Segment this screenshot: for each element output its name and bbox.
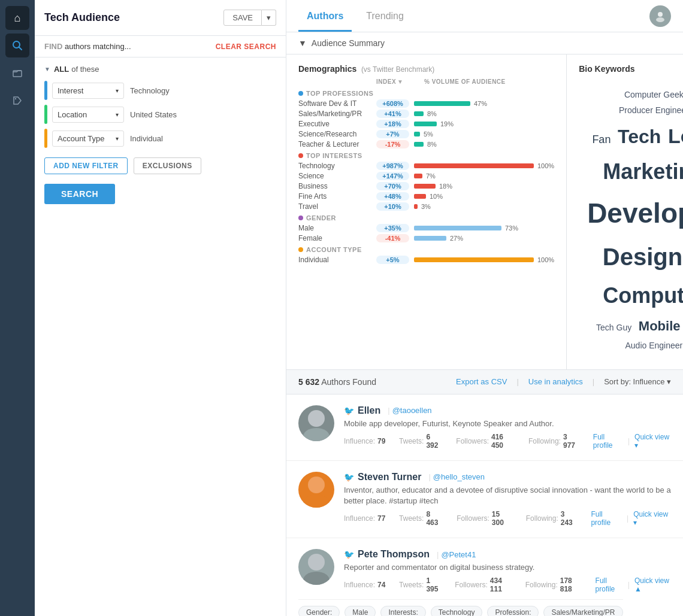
quick-view-steven[interactable]: Quick view ▾	[633, 510, 671, 527]
author-name-row-steven: 🐦 Steven Turner | @hello_steven	[344, 472, 671, 483]
all-label: ▼ ALL of these	[44, 65, 276, 74]
svg-point-9	[308, 477, 325, 493]
filter-actions: ADD NEW FILTER EXCLUSIONS	[44, 157, 276, 174]
svg-point-4	[15, 98, 16, 99]
cat-header-account: ACCOUNT TYPE	[298, 246, 554, 253]
author-handle-steven: @hello_steven	[433, 472, 485, 481]
export-csv-button[interactable]: Export as CSV	[456, 377, 507, 386]
index-col-header: INDEX ▼	[376, 78, 424, 85]
quick-view-ellen[interactable]: Quick view ▾	[634, 433, 671, 450]
svg-point-12	[303, 572, 330, 585]
save-dropdown-button[interactable]: ▾	[262, 10, 276, 26]
author-handle-ellen: @taooellen	[392, 406, 432, 415]
author-avatar-pete	[298, 549, 334, 585]
full-profile-ellen[interactable]: Full profile	[593, 433, 623, 450]
tabs-left: Authors Trending	[298, 0, 418, 32]
filter-type-location[interactable]: Location ▾	[52, 107, 124, 123]
author-card-ellen: 🐦 Ellen | @taooellen Mobile app develope…	[286, 395, 683, 461]
filter-type-account[interactable]: Account Type ▾	[52, 131, 124, 147]
quick-view-pete[interactable]: Quick view ▲	[634, 576, 671, 593]
sidebar: Tech Audience SAVE ▾ FIND authors matchi…	[35, 0, 286, 616]
cat-header-interests: TOP INTERESTS	[298, 152, 554, 159]
filter-section: ▼ ALL of these Interest ▾ Technology Loc…	[35, 57, 286, 211]
svg-point-11	[308, 554, 325, 571]
find-placeholder: authors matching...	[65, 42, 131, 51]
vol-col-header: % VOLUME OF AUDIENCE	[424, 78, 506, 85]
exclusions-button[interactable]: EXCLUSIONS	[134, 157, 201, 174]
author-bio-steven: Inventor, author, educator and a devotee…	[344, 485, 671, 506]
tab-authors[interactable]: Authors	[298, 0, 352, 32]
find-text: FIND authors matching...	[44, 42, 131, 51]
cat-header-professions: TOP PROFESSIONS	[298, 90, 554, 97]
author-info-pete: 🐦 Pete Thompson | @Petet41 Reporter and …	[344, 549, 671, 593]
filter-type-label-account: Account Type	[58, 134, 105, 143]
filter-value-account: Individual	[130, 134, 163, 143]
authors-found-label: Authors Found	[321, 377, 376, 387]
author-name-steven: Steven Turner	[358, 472, 421, 483]
audience-summary-bar[interactable]: ▼ Audience Summary	[286, 32, 683, 54]
filter-value-location: United States	[130, 110, 177, 119]
word-cloud: Computer Geek Producer Engineer Fan Tech…	[579, 81, 683, 360]
add-filter-button[interactable]: ADD NEW FILTER	[44, 157, 128, 174]
filter-row-account: Account Type ▾ Individual	[44, 129, 276, 148]
svg-point-6	[656, 17, 664, 22]
demo-row-arts: Fine Arts +48% 10%	[298, 192, 554, 201]
twitter-icon-steven: 🐦	[344, 472, 354, 482]
nav-folder[interactable]	[5, 61, 29, 85]
detail-tag-gender-label: Gender:	[298, 606, 340, 616]
filter-color-location	[44, 105, 47, 124]
use-analytics-button[interactable]: Use in analytics	[528, 377, 583, 386]
filter-type-label-interest: Interest	[58, 86, 83, 95]
cat-dot-professions	[298, 91, 303, 96]
word-fan: Fan	[592, 131, 611, 148]
full-profile-steven[interactable]: Full profile	[591, 510, 622, 527]
nav-home[interactable]: ⌂	[5, 6, 29, 30]
word-marketing: Marketing	[603, 154, 683, 189]
nav-tag[interactable]	[5, 89, 29, 113]
clear-search-button[interactable]: CLEAR SEARCH	[216, 43, 276, 51]
author-bio-ellen: Mobile app developer, Futurist, Keynote …	[344, 418, 671, 429]
svg-point-5	[658, 12, 663, 17]
demo-row-exec: Executive +18% 19%	[298, 120, 554, 128]
twitter-icon-pete: 🐦	[344, 550, 354, 559]
triangle-icon: ▼	[44, 66, 50, 72]
author-name-pete: Pete Thompson	[358, 549, 430, 560]
search-button[interactable]: SEARCH	[44, 184, 115, 204]
save-group: SAVE ▾	[223, 10, 276, 26]
filter-dropdown-icon-interest: ▾	[116, 87, 119, 94]
user-avatar[interactable]	[649, 5, 671, 27]
filter-row-interest: Interest ▾ Technology	[44, 81, 276, 100]
tab-trending[interactable]: Trending	[358, 0, 412, 32]
filter-dropdown-icon-location: ▾	[116, 111, 119, 118]
detail-tag-gender-value: Male	[344, 606, 376, 616]
author-info-steven: 🐦 Steven Turner | @hello_steven Inventor…	[344, 472, 671, 527]
cat-dot-account	[298, 247, 303, 252]
author-details-pete: Gender: Male Interests: Technology Profe…	[298, 599, 623, 616]
analytics-panel: Demographics (vs Twitter Benchmark) INDE…	[286, 54, 683, 370]
demo-row-female: Female -41% 27%	[298, 234, 554, 242]
author-list: 🐦 Ellen | @taooellen Mobile app develope…	[286, 395, 683, 616]
word-producer-engineer: Producer Engineer	[619, 104, 683, 117]
find-label: FIND	[44, 42, 62, 51]
word-audio-engineer: Audio Engineer	[625, 339, 682, 352]
filter-row-location: Location ▾ United States	[44, 105, 276, 124]
sidebar-header: Tech Audience SAVE ▾	[35, 0, 286, 36]
word-computer-geek: Computer Geek	[624, 88, 683, 101]
svg-line-1	[19, 47, 22, 50]
nav-search[interactable]	[5, 34, 29, 57]
save-button[interactable]: SAVE	[223, 10, 262, 26]
word-developer: Developer	[587, 192, 683, 236]
author-stats-ellen: Influence: 79 Tweets: 6 392 Followers: 4…	[344, 433, 671, 450]
word-computer: Computer	[603, 278, 683, 313]
detail-tag-profession-value: Sales/Marketing/PR	[543, 606, 622, 616]
demo-row-biz: Business +70% 18%	[298, 182, 554, 190]
detail-tag-profession-label: Profession:	[487, 606, 539, 616]
filter-type-interest[interactable]: Interest ▾	[52, 83, 124, 99]
sort-button[interactable]: Sort by: Influence ▾	[604, 377, 671, 386]
demo-row-male: Male +35% 73%	[298, 224, 554, 232]
author-stats-steven: Influence: 77 Tweets: 8 463 Followers: 1…	[344, 510, 671, 527]
full-profile-pete[interactable]: Full profile	[596, 576, 623, 593]
filter-color-interest	[44, 81, 47, 100]
detail-tags-pete: Gender: Male Interests: Technology Profe…	[298, 606, 623, 616]
author-card-pete-top: 🐦 Pete Thompson | @Petet41 Reporter and …	[298, 549, 671, 593]
